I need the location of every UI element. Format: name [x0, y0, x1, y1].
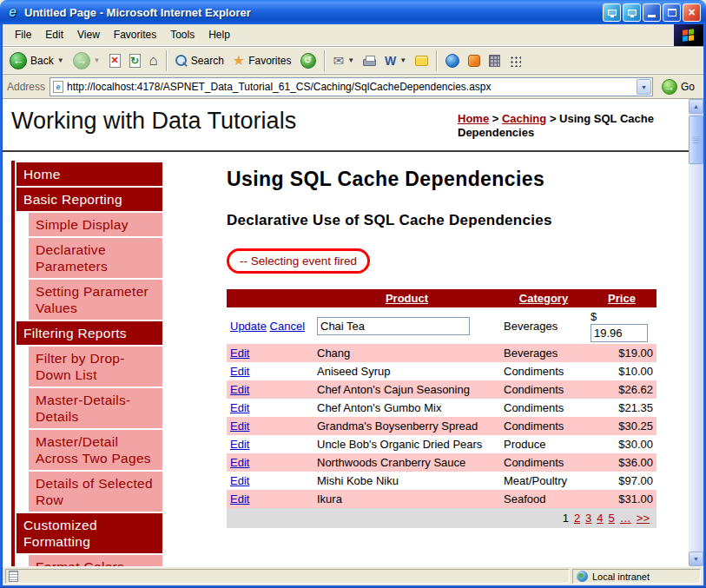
edit-link[interactable]: Edit: [230, 474, 249, 487]
menu-edit[interactable]: Edit: [38, 25, 70, 44]
breadcrumb-separator: >: [492, 112, 499, 125]
edit-link[interactable]: Edit: [230, 492, 249, 505]
history-button[interactable]: ↺: [297, 51, 320, 70]
sidebar-item-simple-display[interactable]: Simple Display: [29, 213, 162, 236]
site-title: Working with Data Tutorials: [11, 108, 296, 150]
product-cell: Grandma's Boysenberry Spread: [313, 417, 500, 435]
pager-ellipsis[interactable]: …: [620, 512, 631, 525]
sidebar-item-master-detail-two-pages[interactable]: Master/Detail Across Two Pages: [29, 430, 162, 470]
favorites-star-icon: ★: [233, 54, 245, 68]
messenger-icon: [445, 54, 459, 68]
pager-page-5[interactable]: 5: [609, 512, 615, 525]
title-bar[interactable]: e Untitled Page - Microsoft Internet Exp…: [0, 0, 706, 24]
menu-tools[interactable]: Tools: [163, 25, 201, 44]
monitor-button-1[interactable]: [603, 3, 621, 22]
search-button[interactable]: Search: [172, 53, 228, 69]
back-dropdown-icon[interactable]: ▼: [57, 56, 64, 64]
category-cell: Beverages: [500, 344, 587, 362]
address-input[interactable]: e http://localhost:4178/ASPNET_Data_Tuto…: [49, 77, 653, 96]
research-icon: [468, 55, 480, 67]
sidebar-item-format-colors[interactable]: Format Colors: [29, 555, 162, 566]
building-icon: [489, 55, 500, 67]
edit-dropdown-icon[interactable]: ▼: [399, 56, 406, 64]
menu-favorites[interactable]: Favorites: [107, 25, 163, 44]
messenger-button[interactable]: [442, 52, 463, 69]
sidebar-item-home[interactable]: Home: [16, 162, 162, 186]
edit-word-button[interactable]: W ▼: [381, 53, 410, 69]
document-icon: [9, 571, 18, 582]
menu-help[interactable]: Help: [201, 25, 237, 44]
menu-view[interactable]: View: [70, 25, 107, 44]
up-arrow-icon: ▲: [693, 103, 699, 109]
scrollbar-thumb[interactable]: [689, 116, 703, 164]
research-button[interactable]: [465, 53, 484, 69]
mail-dropdown-icon[interactable]: ▼: [347, 56, 354, 64]
table-row: Edit Northwoods Cranberry Sauce Condimen…: [227, 453, 657, 472]
close-button[interactable]: ✕: [683, 3, 701, 22]
pager-page-3[interactable]: 3: [585, 512, 591, 525]
edit-link[interactable]: Edit: [230, 365, 249, 378]
down-arrow-icon: ▼: [693, 556, 699, 562]
address-url[interactable]: http://localhost:4178/ASPNET_Data_Tutori…: [67, 81, 633, 93]
favorites-button[interactable]: ★ Favorites: [229, 52, 295, 69]
back-label: Back: [30, 55, 54, 67]
edit-link[interactable]: Edit: [230, 438, 249, 451]
grid-header-category[interactable]: Category: [500, 289, 587, 307]
refresh-button[interactable]: ↻: [126, 52, 144, 69]
cancel-link[interactable]: Cancel: [270, 320, 305, 333]
sidebar-nav: Home Basic Reporting Simple Display Decl…: [11, 161, 162, 566]
edit-link[interactable]: Edit: [230, 456, 249, 469]
update-link[interactable]: Update: [230, 320, 267, 333]
pager-next[interactable]: >>: [637, 512, 650, 525]
sidebar-item-master-details-details[interactable]: Master-Details-Details: [29, 388, 162, 428]
price-cell: $21.35: [587, 399, 657, 417]
sidebar-item-customized-formatting[interactable]: Customized Formatting: [16, 513, 162, 553]
home-button[interactable]: ⌂: [146, 51, 162, 69]
sites-button[interactable]: [485, 53, 504, 69]
go-button[interactable]: → Go: [657, 78, 699, 96]
scroll-down-button[interactable]: ▼: [689, 552, 703, 566]
scroll-up-button[interactable]: ▲: [689, 99, 703, 114]
print-button[interactable]: [360, 54, 379, 68]
monitor-button-2[interactable]: [623, 3, 641, 22]
category-cell: Condiments: [500, 362, 587, 380]
price-input[interactable]: [591, 324, 648, 342]
vertical-scrollbar[interactable]: ▲ ▼: [689, 99, 703, 566]
table-row: Edit Aniseed Syrup Condiments $10.00: [227, 362, 657, 380]
sidebar-item-filter-by-dropdown-list[interactable]: Filter by Drop-Down List: [29, 347, 162, 386]
edit-link[interactable]: Edit: [230, 347, 249, 360]
monitor-icon: [608, 10, 617, 16]
discuss-button[interactable]: [412, 54, 432, 68]
grid-header-product[interactable]: Product: [313, 289, 500, 307]
forward-button[interactable]: → ▼: [69, 50, 104, 71]
sidebar-item-declarative-parameters[interactable]: Declarative Parameters: [29, 238, 162, 278]
breadcrumb-caching-link[interactable]: Caching: [502, 112, 546, 125]
edit-link[interactable]: Edit: [230, 383, 249, 396]
address-dropdown-button[interactable]: ▼: [637, 79, 651, 95]
window-title: Untitled Page - Microsoft Internet Explo…: [24, 6, 603, 19]
mail-button[interactable]: ✉ ▼: [330, 52, 359, 69]
forward-dropdown-icon[interactable]: ▼: [94, 56, 101, 64]
breadcrumb-home-link[interactable]: Home: [458, 112, 489, 125]
minimize-button[interactable]: [643, 3, 661, 22]
menu-file[interactable]: File: [8, 25, 38, 44]
pager-page-4[interactable]: 4: [597, 512, 603, 525]
product-name-input[interactable]: [317, 317, 470, 335]
edit-link[interactable]: Edit: [230, 420, 249, 433]
grid-header-price[interactable]: Price: [587, 289, 657, 307]
maximize-button[interactable]: [663, 3, 681, 22]
edit-link[interactable]: Edit: [230, 401, 249, 414]
stop-button[interactable]: ✕: [106, 52, 124, 69]
grid-button[interactable]: [505, 53, 525, 69]
back-button[interactable]: ← Back ▼: [6, 50, 68, 71]
table-row: Edit Grandma's Boysenberry Spread Condim…: [227, 417, 657, 435]
word-icon: W: [385, 55, 396, 67]
pager-page-2[interactable]: 2: [574, 512, 580, 525]
pager-current-page: 1: [563, 512, 569, 525]
product-cell: Chef Anton's Cajun Seasoning: [313, 380, 500, 399]
sidebar-item-basic-reporting[interactable]: Basic Reporting: [16, 188, 162, 211]
price-cell: $30.00: [587, 435, 657, 453]
sidebar-item-setting-parameter-values[interactable]: Setting Parameter Values: [29, 280, 162, 320]
sidebar-item-details-of-selected-row[interactable]: Details of Selected Row: [29, 472, 162, 512]
sidebar-item-filtering-reports[interactable]: Filtering Reports: [16, 321, 162, 345]
